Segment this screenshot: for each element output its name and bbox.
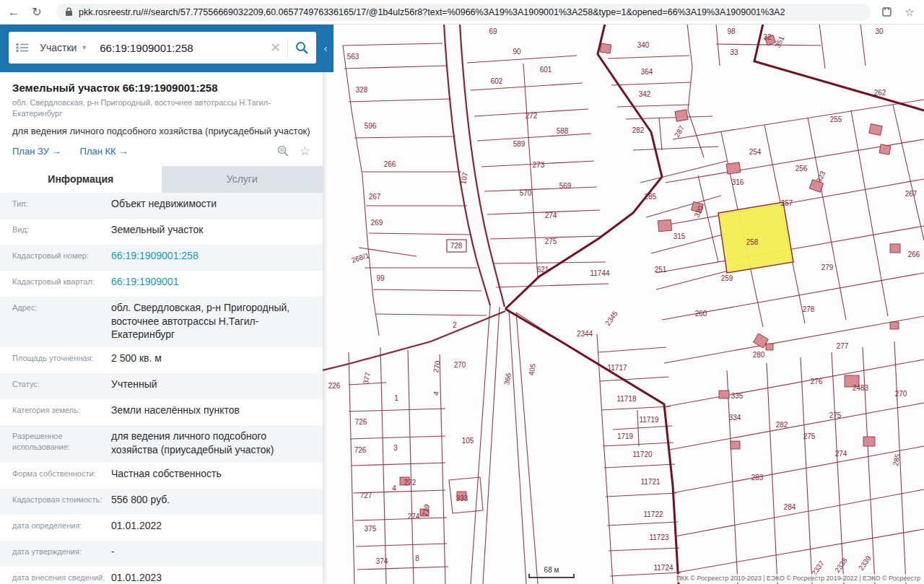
building-footprint (869, 123, 882, 135)
parcel-usage-line: для ведения личного подсобного хозяйства… (12, 126, 310, 136)
favorite-star-icon[interactable]: ☆ (300, 144, 310, 159)
tab-services[interactable]: Услуги (162, 166, 323, 193)
building-footprint (719, 391, 729, 398)
info-row-permitted-use: Разрешенное использование: для ведения л… (0, 425, 323, 463)
chevron-down-icon: ▼ (81, 44, 87, 51)
building-footprint (692, 201, 704, 212)
parcel-subtitle: обл. Свердловская, р-н Пригородный, вост… (12, 97, 310, 119)
building-footprint (420, 509, 429, 516)
search-submit-icon[interactable] (295, 40, 309, 55)
panel-tabs: Информация Услуги (0, 166, 323, 193)
info-row-address: Адрес: обл. Свердловская, р-н Пригородны… (0, 297, 323, 348)
info-row-ownership: Форма собственности: Частная собственнос… (0, 463, 323, 489)
scale-label: 68 м (544, 566, 559, 574)
search-category-label: Участки (40, 42, 77, 53)
building-footprint (675, 110, 688, 122)
back-icon[interactable]: ← (4, 3, 23, 22)
plan-kk-link[interactable]: План КК → (80, 146, 128, 157)
cadastral-map[interactable]: 563328596266267269268/199107728699060260… (323, 24, 924, 584)
building-footprint (890, 322, 899, 329)
info-row-status: Статус: Учтенный (0, 373, 323, 399)
search-category-dropdown[interactable]: Участки ▼ (35, 41, 92, 54)
building-footprint (400, 477, 409, 485)
info-row-kind: Вид: Земельный участок (0, 219, 323, 245)
building-footprint (890, 244, 900, 253)
address-bar[interactable]: pkk.rosreestr.ru/#/search/57.77556669032… (56, 4, 871, 21)
info-row-value-date: дата определения: 01.01.2022 (0, 515, 323, 541)
building-footprint (731, 441, 740, 449)
bookmark-star-icon[interactable]: ☆ (901, 4, 918, 21)
search-box[interactable]: Участки ▼ ✕ (9, 32, 316, 64)
zoom-to-object-icon[interactable] (276, 144, 289, 157)
building-footprint (879, 144, 891, 154)
refresh-icon[interactable]: ↻ (27, 3, 46, 22)
info-row-cadastral-value: Кадастровая стоимость: 556 800 руб. (0, 489, 323, 515)
building-footprint (766, 344, 773, 350)
collapse-panel-button[interactable]: ‹ (320, 32, 331, 64)
scale-bar (528, 574, 575, 578)
map-attribution: ПКК © Росреестр 2010-2023 | ЕЭКО © Росре… (674, 574, 923, 583)
info-row-entry-date: дата внесения сведений: 01.01.2023 (0, 567, 323, 584)
panel-action-icons: ☆ (276, 144, 310, 159)
cadastral-number-link[interactable]: 66:19:1909001:258 (107, 249, 323, 263)
info-rows: Тип: Объект недвижимости Вид: Земельный … (0, 193, 323, 584)
layers-list-icon[interactable] (16, 43, 29, 53)
search-header: Участки ▼ ✕ ‹ (0, 24, 334, 72)
info-row-cadastral-number: Кадастровый номер: 66:19:1909001:258 (0, 245, 323, 271)
building-footprint (845, 375, 859, 387)
building-footprint (658, 219, 671, 232)
map-scale: 68 м (528, 566, 575, 578)
plan-links-row: План ЗУ → План КК → ☆ (12, 144, 310, 159)
building-footprint (600, 43, 611, 53)
highlighted-parcel-258 (718, 202, 793, 273)
building-footprint (457, 492, 466, 500)
plan-zu-link[interactable]: План ЗУ → (12, 146, 61, 157)
building-footprint (726, 162, 741, 174)
search-input[interactable] (98, 41, 263, 55)
cadastral-quarter-link[interactable]: 66:19:1909001 (107, 275, 323, 289)
info-row-area: Площадь уточненная: 2 500 кв. м (0, 347, 323, 373)
info-row-cadastral-quarter: Кадастровый квартал: 66:19:1909001 (0, 271, 323, 297)
url-text: pkk.rosreestr.ru/#/search/57.77556669032… (79, 7, 785, 17)
parcel-title: Земельный участок 66:19:1909001:258 (12, 82, 310, 94)
map-canvas (323, 24, 924, 584)
building-footprint (863, 437, 875, 446)
info-row-approval-date: дата утверждения: - (0, 541, 323, 567)
info-panel: Участки ▼ ✕ ‹ Земельный участок 66:19:19… (0, 24, 323, 584)
tab-information[interactable]: Информация (0, 166, 162, 193)
info-row-land-category: Категория земель: Земли населённых пункт… (0, 399, 323, 425)
browser-toolbar: ← ↻ pkk.rosreestr.ru/#/search/57.7755666… (0, 0, 924, 25)
search-divider (287, 38, 288, 57)
lock-icon (65, 7, 73, 17)
clear-search-icon[interactable]: ✕ (270, 41, 281, 54)
building-footprint (764, 35, 775, 45)
info-row-type: Тип: Объект недвижимости (0, 193, 323, 219)
panel-body: Земельный участок 66:19:1909001:258 обл.… (0, 72, 323, 584)
extensions-icon[interactable] (878, 4, 895, 21)
